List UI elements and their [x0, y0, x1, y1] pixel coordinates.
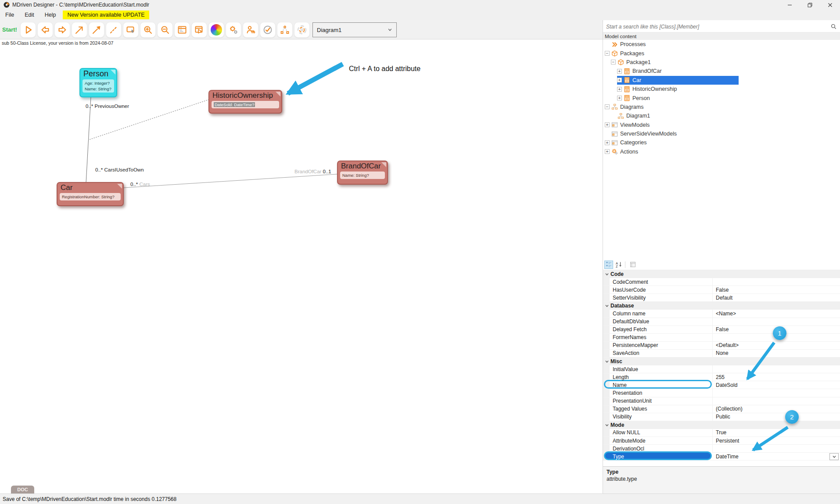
- property-name[interactable]: SaveAction: [610, 350, 713, 357]
- property-name[interactable]: AttributeMode: [610, 437, 713, 444]
- property-row-derivationocl[interactable]: DerivationOcl: [603, 445, 840, 453]
- property-value[interactable]: DateSold: [713, 382, 840, 388]
- place-class-button[interactable]: [123, 22, 139, 38]
- tree-item-packages[interactable]: −Packages: [603, 49, 840, 57]
- nav-back-button[interactable]: [37, 22, 53, 38]
- property-value[interactable]: Default: [713, 295, 840, 301]
- property-row-initialvalue[interactable]: InitialValue: [603, 365, 840, 373]
- property-row-delayed-fetch[interactable]: Delayed FetchFalse: [603, 326, 840, 334]
- tree-item-categories[interactable]: +Categories: [603, 138, 840, 147]
- property-value[interactable]: None: [713, 350, 840, 356]
- tree-item-package1[interactable]: −Package1: [603, 58, 840, 67]
- property-value[interactable]: <Default>: [713, 342, 840, 348]
- property-row-tagged-values[interactable]: Tagged Values(Collection): [603, 405, 840, 413]
- property-row-name[interactable]: NameDateSold: [603, 381, 840, 389]
- tree-expander-icon[interactable]: +: [605, 122, 610, 127]
- settings-button[interactable]: [226, 22, 241, 38]
- minimize-button[interactable]: [779, 0, 800, 10]
- property-name[interactable]: FormerNames: [610, 334, 713, 341]
- dashed-line-button[interactable]: [106, 22, 122, 38]
- nav-forward-button[interactable]: [54, 22, 70, 38]
- tree-item-processes[interactable]: Processes: [603, 40, 840, 49]
- search-input[interactable]: [603, 24, 831, 30]
- property-name[interactable]: Length: [610, 373, 713, 381]
- property-value[interactable]: Public: [713, 414, 840, 420]
- menu-help[interactable]: Help: [39, 10, 61, 20]
- property-row-presentation[interactable]: Presentation: [603, 389, 840, 397]
- tree-item-diagram1[interactable]: Diagram1: [603, 111, 840, 120]
- property-name[interactable]: DefaultDbValue: [610, 318, 713, 325]
- property-row-visibility[interactable]: VisibilityPublic: [603, 413, 840, 421]
- tree-expander-icon[interactable]: −: [611, 60, 616, 64]
- tree-item-person[interactable]: +Person: [603, 93, 840, 102]
- categorized-icon[interactable]: [604, 261, 613, 269]
- property-row-settervisibility[interactable]: SetterVisibilityDefault: [603, 294, 840, 302]
- property-value[interactable]: Persistent: [713, 438, 840, 444]
- attribute-name[interactable]: Name: String?: [85, 86, 112, 92]
- property-row-allow-null[interactable]: Allow NULLTrue: [603, 429, 840, 437]
- property-row-type[interactable]: TypeDateTime: [603, 453, 840, 461]
- refresh-spiral-button[interactable]: [294, 22, 310, 38]
- tree-item-actions[interactable]: +Actions: [603, 147, 840, 156]
- class-historicownership[interactable]: HistoricOwnership DateSold: DateTime?: [208, 90, 282, 114]
- property-name[interactable]: HasUserCode: [610, 286, 713, 293]
- property-name[interactable]: Visibility: [610, 413, 713, 421]
- start-label[interactable]: Start!: [2, 26, 17, 33]
- alphabetical-sort-icon[interactable]: AZ: [614, 261, 623, 269]
- property-category-mode[interactable]: Mode: [603, 421, 840, 429]
- property-name[interactable]: Name: [610, 381, 713, 389]
- diagram-selector[interactable]: Diagram1: [312, 22, 397, 37]
- class-car[interactable]: Car RegistrationNumber: String?: [57, 182, 124, 206]
- tree-expander-icon[interactable]: −: [605, 51, 610, 56]
- property-category-database[interactable]: Database: [603, 302, 840, 310]
- tree-item-historicownership[interactable]: +HistoricOwnership: [603, 85, 840, 93]
- property-row-formernames[interactable]: FormerNames: [603, 334, 840, 342]
- property-name[interactable]: Type: [610, 453, 713, 460]
- menu-edit[interactable]: Edit: [19, 10, 39, 20]
- tree-expander-icon[interactable]: +: [617, 78, 622, 82]
- attribute-registrationnumber[interactable]: RegistrationNumber: String?: [62, 194, 118, 200]
- class-person[interactable]: Person Age: Integer? Name: String?: [79, 68, 117, 97]
- play-button[interactable]: [20, 22, 36, 38]
- viewmodel-editor-button[interactable]: [174, 22, 190, 38]
- zoom-in-button[interactable]: [140, 22, 156, 38]
- property-value[interactable]: 255: [713, 374, 840, 380]
- property-row-codecomment[interactable]: CodeComment: [603, 278, 840, 286]
- tree-item-diagrams[interactable]: −Diagrams: [603, 103, 840, 111]
- property-pages-icon[interactable]: [628, 261, 637, 269]
- property-name[interactable]: Presentation: [610, 389, 713, 397]
- close-button[interactable]: [820, 0, 840, 10]
- run-viewmodel-button[interactable]: [191, 22, 207, 38]
- property-name[interactable]: InitialValue: [610, 365, 713, 373]
- property-row-saveaction[interactable]: SaveActionNone: [603, 350, 840, 357]
- association-arrow-filled-button[interactable]: [89, 22, 104, 38]
- association-arrow-button[interactable]: [72, 22, 87, 38]
- tree-expander-icon[interactable]: +: [605, 149, 610, 154]
- property-row-hasusercode[interactable]: HasUserCodeFalse: [603, 286, 840, 294]
- property-category-code[interactable]: Code: [603, 270, 840, 278]
- property-value[interactable]: False: [713, 287, 840, 293]
- property-row-length[interactable]: Length255: [603, 373, 840, 381]
- property-name[interactable]: Column name: [610, 310, 713, 317]
- property-row-column-name[interactable]: Column name<Name>: [603, 310, 840, 318]
- attribute-datesold[interactable]: DateSold: DateTime?: [214, 102, 255, 107]
- tree-expander-icon[interactable]: +: [617, 69, 622, 74]
- property-value[interactable]: True: [713, 429, 840, 436]
- menu-file[interactable]: File: [0, 10, 19, 20]
- tree-expander-icon[interactable]: −: [605, 104, 610, 109]
- property-row-attributemode[interactable]: AttributeModePersistent: [603, 437, 840, 445]
- property-row-persistencemapper[interactable]: PersistenceMapper<Default>: [603, 342, 840, 350]
- tree-item-viewmodels[interactable]: +ViewModels: [603, 121, 840, 129]
- class-brandofcar[interactable]: BrandOfCar Name: String?: [337, 161, 388, 185]
- property-row-defaultdbvalue[interactable]: DefaultDbValue: [603, 318, 840, 326]
- zoom-out-button[interactable]: [157, 22, 173, 38]
- property-name[interactable]: Tagged Values: [610, 405, 713, 413]
- restore-button[interactable]: [800, 0, 820, 10]
- property-value[interactable]: <Name>: [713, 311, 840, 317]
- property-name[interactable]: PersistenceMapper: [610, 342, 713, 349]
- property-name[interactable]: SetterVisibility: [610, 294, 713, 301]
- property-name[interactable]: Delayed Fetch: [610, 326, 713, 333]
- attribute-age[interactable]: Age: Integer?: [85, 80, 112, 86]
- tree-item-car[interactable]: +Car: [603, 76, 840, 85]
- tree-item-serversideviewmodels[interactable]: ServerSideViewModels: [603, 129, 840, 138]
